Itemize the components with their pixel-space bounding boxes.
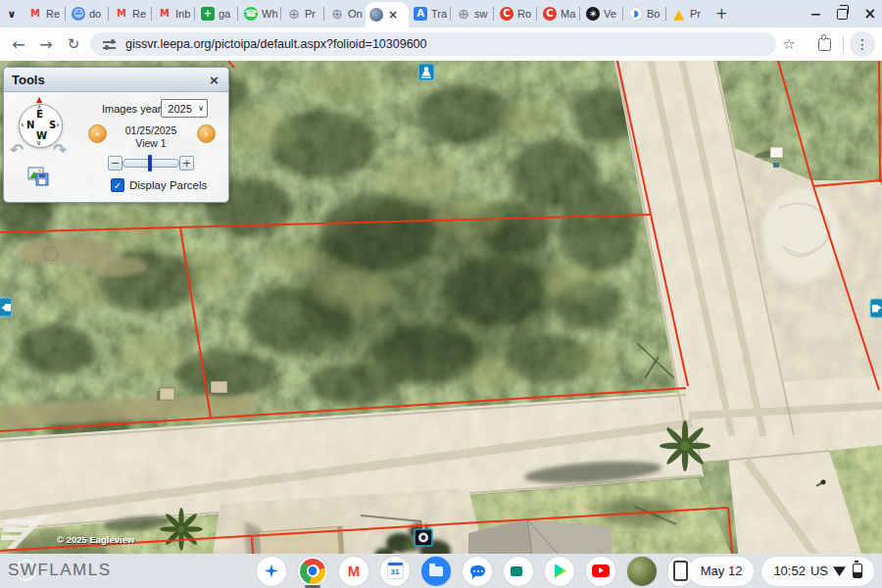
tab-globe-7[interactable]: ⊕On [325, 0, 366, 27]
image-date: 01/25/2025 [110, 124, 192, 136]
site-info-icon[interactable] [103, 38, 116, 50]
window-controls: − × [810, 0, 876, 27]
rotate-left-icon[interactable]: ↶ [10, 142, 24, 159]
image-view-number: View 1 [110, 137, 192, 149]
account-avatar-icon[interactable] [627, 557, 657, 586]
sheets-icon: + [201, 7, 215, 21]
tools-panel-header[interactable]: Tools × [4, 68, 228, 92]
rotate-right-icon[interactable]: ↷ [53, 142, 67, 159]
save-view-icon[interactable] [27, 167, 50, 187]
files-icon[interactable] [421, 557, 451, 586]
tab-blue-smiley-1[interactable]: ☺do [67, 0, 107, 27]
status-tray[interactable]: 10:52 US [761, 557, 874, 586]
tab-whatsapp-5[interactable]: ☎Wh [239, 0, 279, 27]
play-store-icon[interactable] [545, 557, 574, 586]
extensions-icon[interactable] [811, 27, 837, 61]
tab-red-badge-12[interactable]: CMa [538, 0, 578, 27]
tab-divider [622, 7, 623, 21]
compass[interactable]: ▲ ∧ E ‹ N S › W ∨ ↶ ↷ [12, 97, 74, 162]
tab-globe-6[interactable]: ⊕Pr [282, 0, 322, 27]
zoom-slider-track[interactable] [122, 159, 179, 168]
phone-glyph [673, 561, 688, 581]
tab-label: Inb [175, 8, 190, 20]
tab-active[interactable]: × [366, 2, 409, 27]
youtube-play-glyph [592, 564, 610, 577]
browser-menu-icon[interactable]: ⋮ [849, 27, 876, 61]
tab-divider [665, 7, 666, 21]
chrome-active-indicator [305, 585, 320, 588]
toolbar-divider [843, 36, 844, 52]
minimize-icon[interactable]: − [810, 6, 822, 22]
tab-translate-9[interactable]: ATra [409, 0, 449, 27]
globe-active-icon [369, 8, 383, 22]
chevron-down-icon: ∨ [198, 104, 204, 113]
tab-divider [108, 7, 109, 21]
wifi-icon [833, 565, 846, 576]
messages-icon[interactable] [463, 557, 492, 586]
zoom-slider-thumb[interactable] [148, 155, 152, 172]
tab-sheets-4[interactable]: +ga [196, 0, 236, 27]
status-area: May 12 10:52 US [689, 557, 882, 586]
tab-blue-swirl-14[interactable]: ◗Bo [624, 0, 664, 27]
restore-window-icon[interactable] [837, 9, 848, 20]
next-image-button[interactable]: › [197, 124, 216, 143]
youtube-icon[interactable] [586, 557, 615, 586]
tab-gmail-3[interactable]: MInb [153, 0, 193, 27]
gmail-icon: M [115, 7, 128, 21]
south-view-camera-icon[interactable] [415, 529, 432, 546]
tools-close-icon[interactable]: × [209, 73, 228, 87]
aerial-map-viewport[interactable]: © 2025 Eagleview © 2025 Eagleview Tools … [0, 61, 882, 588]
tab-divider [237, 7, 238, 21]
tab-gmail-0[interactable]: MRe [24, 0, 64, 27]
tab-divider [194, 7, 195, 21]
tab-red-badge-11[interactable]: CRo [495, 0, 535, 27]
tab-label: sw [474, 8, 487, 20]
date-pill[interactable]: May 12 [689, 557, 755, 586]
tab-label: On [348, 8, 363, 20]
tab-divider [280, 7, 281, 21]
north-view-camera-icon[interactable] [418, 64, 434, 80]
tab-label: do [89, 8, 101, 20]
east-view-camera-icon[interactable] [870, 299, 882, 318]
tab-gmail-2[interactable]: MRe [110, 0, 150, 27]
west-view-camera-icon[interactable] [0, 298, 12, 317]
tab-label: Re [132, 8, 146, 20]
tab-divider [323, 7, 324, 21]
display-parcels-checkbox[interactable]: ✓ [111, 178, 124, 192]
forward-icon[interactable]: → [33, 27, 59, 61]
bookmark-star-icon[interactable]: ☆ [776, 27, 802, 61]
chrome-icon[interactable] [298, 557, 327, 586]
tab-globe-10[interactable]: ⊕sw [452, 0, 492, 27]
tab-label: Pr [690, 8, 701, 20]
images-year-value: 2025 [162, 103, 198, 115]
launcher-icon[interactable] [257, 557, 286, 586]
display-parcels-row: ✓ Display Parcels [111, 178, 207, 192]
folder-glyph [429, 566, 443, 576]
blue-swirl-icon: ◗ [629, 7, 643, 21]
tab-search-chevron-icon[interactable]: ∨ [0, 8, 24, 21]
images-year-label: Images year: [102, 103, 165, 115]
globe-icon: ⊕ [457, 7, 470, 21]
tab-close-icon[interactable]: × [388, 8, 398, 22]
tab-label: Wh [262, 8, 278, 20]
display-parcels-label: Display Parcels [129, 179, 207, 191]
address-bar[interactable]: gissvr.leepa.org/pictoipa/default.aspx?f… [90, 32, 776, 56]
close-window-icon[interactable]: × [863, 5, 876, 23]
gmail-icon: M [28, 7, 42, 21]
new-tab-button[interactable]: + [715, 5, 728, 23]
tab-divider [151, 7, 152, 21]
zoom-in-button[interactable]: + [179, 156, 194, 171]
gmail-icon[interactable]: M [339, 557, 368, 586]
calendar-icon[interactable]: 31 [380, 557, 410, 586]
zoom-out-button[interactable]: − [108, 156, 122, 171]
tab-divider [450, 7, 451, 21]
copyright-text: © 2025 Eagleview [57, 534, 135, 545]
images-year-select[interactable]: 2025 ∨ [161, 99, 208, 118]
back-icon[interactable]: ← [6, 27, 31, 61]
meet-icon[interactable] [504, 557, 533, 586]
tab-yellow-bird-15[interactable]: ▲Pr [667, 0, 708, 27]
translate-icon: A [414, 7, 427, 21]
tab-black-badge-13[interactable]: ∗Ve [581, 0, 621, 27]
reload-icon[interactable]: ↻ [61, 27, 86, 61]
previous-image-button[interactable]: ‹ [88, 124, 107, 143]
